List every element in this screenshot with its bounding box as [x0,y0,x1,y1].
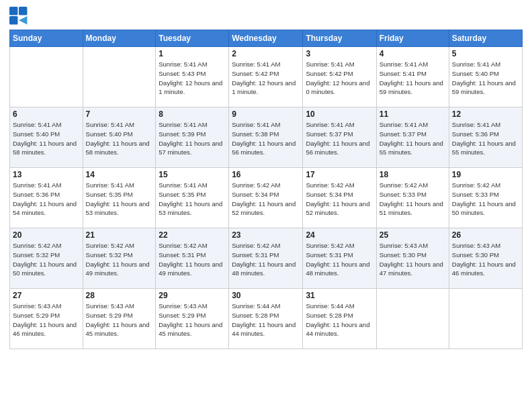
calendar-cell: 2Sunrise: 5:41 AMSunset: 5:42 PMDaylight… [229,47,303,107]
day-number: 15 [159,170,226,179]
calendar-cell: 12Sunrise: 5:41 AMSunset: 5:36 PMDayligh… [449,107,522,168]
day-number: 29 [159,291,226,300]
calendar-cell: 21Sunrise: 5:42 AMSunset: 5:32 PMDayligh… [83,228,156,289]
day-number: 25 [380,230,446,240]
weekday-row: SundayMondayTuesdayWednesdayThursdayFrid… [10,30,523,47]
day-number: 2 [232,49,300,58]
day-info: Sunrise: 5:42 AMSunset: 5:31 PMDaylight:… [159,241,226,278]
day-number: 23 [232,230,300,240]
calendar-cell: 5Sunrise: 5:41 AMSunset: 5:40 PMDaylight… [449,47,522,107]
calendar-cell: 7Sunrise: 5:41 AMSunset: 5:40 PMDaylight… [83,107,156,168]
calendar-cell: 3Sunrise: 5:41 AMSunset: 5:42 PMDaylight… [303,47,376,107]
calendar-cell: 18Sunrise: 5:42 AMSunset: 5:33 PMDayligh… [376,168,449,228]
day-info: Sunrise: 5:42 AMSunset: 5:32 PMDaylight:… [86,241,153,278]
calendar-cell: 20Sunrise: 5:42 AMSunset: 5:32 PMDayligh… [10,228,83,289]
day-number: 4 [380,49,446,58]
day-number: 28 [86,291,153,300]
day-info: Sunrise: 5:41 AMSunset: 5:35 PMDaylight:… [86,181,153,218]
day-number: 21 [86,230,153,240]
calendar-cell: 17Sunrise: 5:42 AMSunset: 5:34 PMDayligh… [303,168,376,228]
calendar-cell: 31Sunrise: 5:44 AMSunset: 5:28 PMDayligh… [303,289,376,349]
day-info: Sunrise: 5:42 AMSunset: 5:34 PMDaylight:… [232,181,300,218]
svg-marker-3 [19,16,27,24]
day-info: Sunrise: 5:42 AMSunset: 5:31 PMDaylight:… [306,241,373,278]
calendar-cell: 13Sunrise: 5:41 AMSunset: 5:36 PMDayligh… [10,168,83,228]
day-number: 7 [86,109,153,119]
weekday-header-saturday: Saturday [449,30,522,47]
day-number: 22 [159,230,226,240]
calendar-cell: 15Sunrise: 5:41 AMSunset: 5:35 PMDayligh… [156,168,229,228]
calendar-cell: 23Sunrise: 5:42 AMSunset: 5:31 PMDayligh… [229,228,303,289]
day-info: Sunrise: 5:41 AMSunset: 5:36 PMDaylight:… [452,120,519,157]
calendar-cell [376,289,449,349]
calendar-header: SundayMondayTuesdayWednesdayThursdayFrid… [10,30,523,47]
calendar-body: 1Sunrise: 5:41 AMSunset: 5:43 PMDaylight… [10,47,523,349]
svg-rect-0 [9,7,17,15]
day-info: Sunrise: 5:41 AMSunset: 5:40 PMDaylight:… [13,120,80,157]
day-info: Sunrise: 5:42 AMSunset: 5:33 PMDaylight:… [452,181,519,218]
day-info: Sunrise: 5:44 AMSunset: 5:28 PMDaylight:… [306,302,373,338]
logo-icon [9,7,28,26]
calendar-cell: 14Sunrise: 5:41 AMSunset: 5:35 PMDayligh… [83,168,156,228]
day-number: 27 [13,291,80,300]
day-info: Sunrise: 5:41 AMSunset: 5:37 PMDaylight:… [306,120,373,157]
week-row-5: 27Sunrise: 5:43 AMSunset: 5:29 PMDayligh… [10,289,523,349]
day-info: Sunrise: 5:42 AMSunset: 5:34 PMDaylight:… [306,181,373,218]
day-info: Sunrise: 5:44 AMSunset: 5:28 PMDaylight:… [232,302,300,338]
calendar-cell: 22Sunrise: 5:42 AMSunset: 5:31 PMDayligh… [156,228,229,289]
day-number: 11 [380,109,446,119]
calendar-cell: 27Sunrise: 5:43 AMSunset: 5:29 PMDayligh… [10,289,83,349]
logo [9,7,31,26]
day-number: 17 [306,170,373,179]
day-info: Sunrise: 5:42 AMSunset: 5:31 PMDaylight:… [232,241,300,278]
day-info: Sunrise: 5:41 AMSunset: 5:42 PMDaylight:… [306,60,373,97]
day-number: 18 [380,170,446,179]
day-number: 19 [452,170,519,179]
weekday-header-sunday: Sunday [10,30,83,47]
day-info: Sunrise: 5:43 AMSunset: 5:29 PMDaylight:… [159,302,226,338]
calendar-cell: 6Sunrise: 5:41 AMSunset: 5:40 PMDaylight… [10,107,83,168]
weekday-header-monday: Monday [83,30,156,47]
day-info: Sunrise: 5:43 AMSunset: 5:29 PMDaylight:… [86,302,153,338]
day-number: 1 [159,49,226,58]
calendar-cell: 11Sunrise: 5:41 AMSunset: 5:37 PMDayligh… [376,107,449,168]
day-info: Sunrise: 5:43 AMSunset: 5:29 PMDaylight:… [13,302,80,338]
day-number: 26 [452,230,519,240]
day-number: 5 [452,49,519,58]
day-info: Sunrise: 5:41 AMSunset: 5:40 PMDaylight:… [86,120,153,157]
calendar-cell [10,47,83,107]
svg-rect-2 [9,16,17,24]
week-row-2: 6Sunrise: 5:41 AMSunset: 5:40 PMDaylight… [10,107,523,168]
day-number: 10 [306,109,373,119]
calendar-cell: 24Sunrise: 5:42 AMSunset: 5:31 PMDayligh… [303,228,376,289]
calendar-cell: 9Sunrise: 5:41 AMSunset: 5:38 PMDaylight… [229,107,303,168]
day-number: 20 [13,230,80,240]
calendar-table: SundayMondayTuesdayWednesdayThursdayFrid… [9,30,523,349]
day-info: Sunrise: 5:42 AMSunset: 5:33 PMDaylight:… [380,181,446,218]
day-number: 30 [232,291,300,300]
weekday-header-wednesday: Wednesday [229,30,303,47]
day-info: Sunrise: 5:43 AMSunset: 5:30 PMDaylight:… [380,241,446,278]
day-number: 12 [452,109,519,119]
calendar-cell: 8Sunrise: 5:41 AMSunset: 5:39 PMDaylight… [156,107,229,168]
calendar-cell: 10Sunrise: 5:41 AMSunset: 5:37 PMDayligh… [303,107,376,168]
day-info: Sunrise: 5:41 AMSunset: 5:37 PMDaylight:… [380,120,446,157]
calendar-cell: 1Sunrise: 5:41 AMSunset: 5:43 PMDaylight… [156,47,229,107]
calendar-cell [83,47,156,107]
day-info: Sunrise: 5:41 AMSunset: 5:36 PMDaylight:… [13,181,80,218]
day-number: 9 [232,109,300,119]
day-number: 16 [232,170,300,179]
day-info: Sunrise: 5:41 AMSunset: 5:43 PMDaylight:… [159,60,226,97]
calendar-cell: 26Sunrise: 5:43 AMSunset: 5:30 PMDayligh… [449,228,522,289]
calendar-cell: 29Sunrise: 5:43 AMSunset: 5:29 PMDayligh… [156,289,229,349]
day-info: Sunrise: 5:41 AMSunset: 5:41 PMDaylight:… [380,60,446,97]
weekday-header-friday: Friday [376,30,449,47]
day-info: Sunrise: 5:41 AMSunset: 5:42 PMDaylight:… [232,60,300,97]
calendar-cell: 30Sunrise: 5:44 AMSunset: 5:28 PMDayligh… [229,289,303,349]
day-info: Sunrise: 5:43 AMSunset: 5:30 PMDaylight:… [452,241,519,278]
day-number: 14 [86,170,153,179]
header [9,7,523,26]
day-info: Sunrise: 5:41 AMSunset: 5:40 PMDaylight:… [452,60,519,97]
week-row-3: 13Sunrise: 5:41 AMSunset: 5:36 PMDayligh… [10,168,523,228]
day-number: 3 [306,49,373,58]
